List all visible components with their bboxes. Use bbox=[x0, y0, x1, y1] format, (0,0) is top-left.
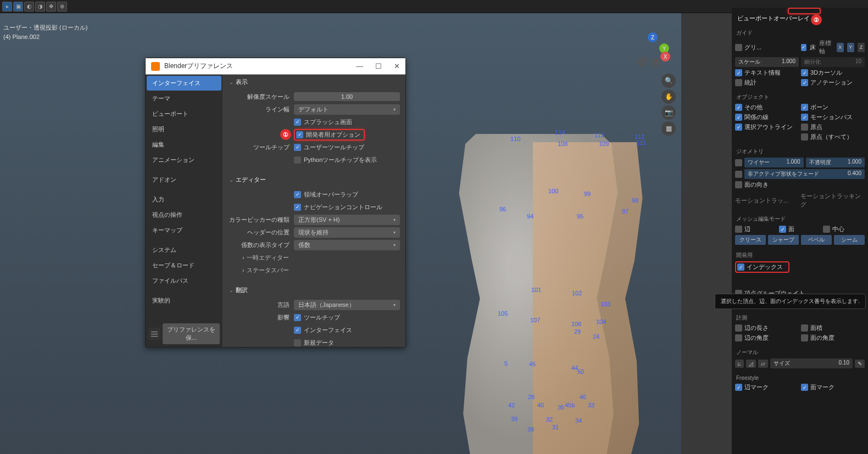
mesh-selected-faces bbox=[533, 142, 648, 454]
sidebar-input[interactable]: 入力 bbox=[147, 192, 221, 207]
vertex-index: 111 bbox=[636, 139, 646, 146]
language-select[interactable]: 日本語（Japanese） bbox=[294, 300, 400, 310]
trans-tooltips-checkbox[interactable]: ツールチップ bbox=[294, 313, 340, 322]
sidebar-animation[interactable]: アニメーション bbox=[147, 153, 221, 167]
sharp-button[interactable]: シャープ bbox=[768, 235, 799, 245]
header-pos-select[interactable]: 現状を維持 bbox=[294, 227, 400, 238]
gizmo-z-axis[interactable]: Z bbox=[648, 32, 658, 42]
sidebar-lighting[interactable]: 照明 bbox=[147, 122, 221, 137]
normal-loop-icon[interactable]: ◿ bbox=[746, 360, 756, 368]
checkbox-on-icon bbox=[296, 131, 303, 138]
grid-checkbox[interactable] bbox=[735, 44, 742, 51]
sidebar-addons[interactable]: アドオン bbox=[147, 172, 221, 187]
sidebar-viewport[interactable]: ビューポート bbox=[147, 107, 221, 121]
close-button[interactable]: ✕ bbox=[394, 62, 400, 70]
axis-x-button[interactable]: X bbox=[837, 43, 844, 52]
panel-display-header[interactable]: 表示 bbox=[222, 75, 405, 89]
camera-icon[interactable]: 📷 bbox=[661, 105, 676, 120]
viewport-side-icons: 🔍 ✋ 📷 ▦ bbox=[661, 74, 676, 136]
scale-field[interactable]: スケール1.000 bbox=[735, 57, 799, 67]
developer-extras-checkbox[interactable]: 開発者用オプション bbox=[294, 129, 365, 141]
resolution-scale-field[interactable]: 1.00 bbox=[294, 92, 400, 101]
minimize-button[interactable]: — bbox=[356, 62, 363, 70]
sidebar-edit[interactable]: 編集 bbox=[147, 137, 221, 152]
zoom-icon[interactable]: 🔍 bbox=[661, 74, 676, 88]
checkbox-off-icon bbox=[294, 156, 301, 164]
text-info-checkbox[interactable] bbox=[735, 69, 742, 76]
gizmo-neg-axis[interactable] bbox=[637, 57, 647, 66]
geometry-section-label: ジオメトリ bbox=[735, 147, 865, 158]
sidebar-interface[interactable]: インターフェイス bbox=[147, 76, 221, 91]
preferences-content: 表示 解像度スケール 1.00 ライン幅 デフォルト スプラッシュ画面 bbox=[222, 75, 405, 347]
statusbar-subpanel[interactable]: ステータスバー bbox=[247, 266, 289, 274]
fade-field[interactable]: 非アクティブ形状をフェード0.400 bbox=[744, 169, 865, 179]
panel-translation-header[interactable]: 翻訳 bbox=[222, 283, 405, 298]
tool-lasso-icon[interactable]: ◑ bbox=[35, 2, 45, 12]
gizmo-x-axis[interactable]: X bbox=[660, 52, 670, 61]
trans-newdata-checkbox[interactable]: 新規データ bbox=[294, 339, 334, 347]
annotation-checkbox[interactable] bbox=[801, 79, 808, 86]
splash-screen-checkbox[interactable]: スプラッシュ画面 bbox=[294, 118, 352, 126]
save-prefs-button[interactable]: プリファレンスを保... bbox=[163, 323, 220, 344]
tool-circle-icon[interactable]: ◐ bbox=[24, 2, 34, 12]
freestyle-section-label: Freestyle bbox=[735, 374, 865, 383]
language-label: 言語 bbox=[228, 301, 294, 309]
normal-section-label: ノーマル bbox=[735, 347, 865, 358]
normal-vert-icon[interactable]: ⟀ bbox=[735, 360, 744, 368]
sidebar-filepaths[interactable]: ファイルパス bbox=[147, 273, 221, 288]
tool-cursor-icon[interactable]: ✥ bbox=[46, 2, 56, 12]
preferences-sidebar: インターフェイス テーマ ビューポート 照明 編集 アニメーション アドオン 入… bbox=[146, 75, 222, 347]
nav-controls-checkbox[interactable]: ナビゲーションコントロール bbox=[294, 203, 382, 211]
wire-field[interactable]: ワイヤー1.000 bbox=[744, 158, 804, 167]
panel-editor-header[interactable]: エディター bbox=[222, 172, 405, 187]
tool-transform-icon[interactable]: ⊕ bbox=[57, 2, 67, 12]
tool-select-icon[interactable]: ▸ bbox=[2, 2, 12, 12]
normal-face-icon[interactable]: ▱ bbox=[758, 360, 768, 368]
hamburger-icon[interactable] bbox=[148, 328, 160, 340]
bevel-button[interactable]: ベベル bbox=[801, 235, 832, 245]
temp-editor-subpanel[interactable]: 一時エディター bbox=[247, 254, 289, 262]
move-icon[interactable]: ✋ bbox=[661, 89, 676, 104]
stats-checkbox[interactable] bbox=[735, 79, 742, 86]
python-tooltips-checkbox[interactable]: Pythonツールチップを表示 bbox=[294, 156, 377, 164]
sidebar-theme[interactable]: テーマ bbox=[147, 91, 221, 106]
axis-y-button[interactable]: Y bbox=[847, 43, 854, 52]
colorpicker-select[interactable]: 正方形(SV + H) bbox=[294, 215, 400, 225]
sidebar-system[interactable]: システム bbox=[147, 243, 221, 257]
affect-label: 影響 bbox=[228, 313, 294, 322]
sidebar-navigation[interactable]: 視点の操作 bbox=[147, 208, 221, 222]
floor-checkbox[interactable] bbox=[801, 44, 806, 51]
line-width-select[interactable]: デフォルト bbox=[294, 104, 400, 115]
tooltips-label: ツールチップ bbox=[228, 143, 294, 152]
preferences-titlebar[interactable]: Blenderプリファレンス — ☐ ✕ bbox=[146, 58, 405, 75]
opacity-field[interactable]: 不透明度1.000 bbox=[806, 158, 865, 167]
factor-select[interactable]: 係数 bbox=[294, 240, 400, 250]
region-overlap-checkbox[interactable]: 領域オーバーラップ bbox=[294, 190, 358, 199]
window-controls: — ☐ ✕ bbox=[356, 62, 400, 70]
sidebar-keymap[interactable]: キーマップ bbox=[147, 223, 221, 238]
mesh-object bbox=[439, 134, 637, 454]
sidebar-saveload[interactable]: セーブ＆ロード bbox=[147, 258, 221, 273]
blender-logo-icon bbox=[151, 62, 160, 71]
trans-interface-checkbox[interactable]: インターフェイス bbox=[294, 326, 352, 334]
cursor3d-checkbox[interactable] bbox=[801, 69, 808, 76]
axis-z-button[interactable]: Z bbox=[858, 43, 865, 52]
callout-2-box bbox=[788, 8, 821, 14]
indices-checkbox[interactable]: インデックス bbox=[737, 263, 783, 271]
gizmo-neg-axis2[interactable] bbox=[650, 58, 660, 68]
sidebar-experimental[interactable]: 実験的 bbox=[147, 293, 221, 308]
tool-box-icon[interactable]: ▣ bbox=[13, 2, 23, 12]
dev-section-label: 開発用 bbox=[735, 250, 865, 261]
maximize-button[interactable]: ☐ bbox=[375, 62, 382, 70]
grid-icon[interactable]: ▦ bbox=[661, 121, 676, 136]
subdiv-field[interactable]: 細分化10 bbox=[801, 57, 865, 67]
callout-2-badge: ② bbox=[811, 14, 822, 25]
navigation-gizmo[interactable]: Z Y X bbox=[635, 32, 670, 68]
crease-button[interactable]: クリース bbox=[735, 235, 766, 245]
seam-button[interactable]: シーム bbox=[834, 235, 865, 245]
normal-const-icon[interactable]: ✎ bbox=[855, 360, 865, 368]
preferences-window[interactable]: Blenderプリファレンス — ☐ ✕ インターフェイス テーマ ビューポート… bbox=[145, 58, 406, 347]
viewport-title-line1: ユーザー・透視投影 (ローカル) bbox=[3, 23, 87, 32]
user-tooltips-checkbox[interactable]: ユーザーツールチップ bbox=[294, 143, 364, 152]
normal-size-field[interactable]: サイズ0.10 bbox=[770, 358, 853, 368]
